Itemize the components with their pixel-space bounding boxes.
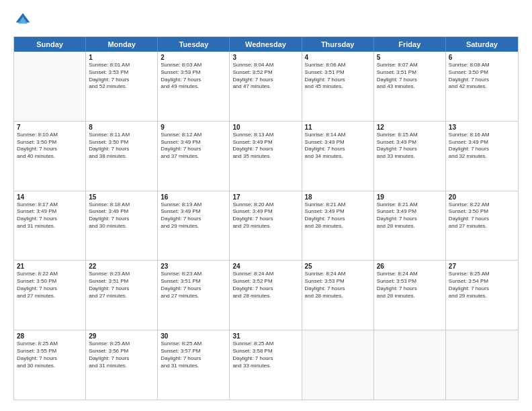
daylight-minutes: and 42 minutes.: [449, 83, 515, 91]
day-number: 19: [377, 193, 443, 201]
calendar-row-0: 1Sunrise: 8:01 AMSunset: 3:53 PMDaylight…: [14, 52, 518, 121]
daylight-minutes: and 27 minutes.: [449, 223, 515, 230]
sunrise-text: Sunrise: 8:14 AM: [305, 132, 371, 139]
header-day-tuesday: Tuesday: [158, 37, 230, 52]
header: [13, 11, 519, 30]
day-cell-7: 7Sunrise: 8:10 AMSunset: 3:50 PMDaylight…: [14, 122, 86, 191]
daylight-minutes: and 31 minutes.: [17, 223, 83, 230]
daylight-minutes: and 38 minutes.: [89, 153, 154, 161]
sunset-text: Sunset: 3:49 PM: [89, 208, 154, 216]
daylight-text: Daylight: 7 hours: [89, 77, 154, 84]
daylight-minutes: and 32 minutes.: [449, 153, 515, 161]
day-cell-16: 16Sunrise: 8:19 AMSunset: 3:49 PMDayligh…: [158, 191, 230, 261]
day-number: 25: [305, 263, 371, 270]
daylight-minutes: and 43 minutes.: [377, 83, 443, 91]
daylight-text: Daylight: 7 hours: [161, 285, 226, 293]
daylight-minutes: and 47 minutes.: [232, 83, 298, 91]
day-number: 22: [89, 263, 154, 270]
sunset-text: Sunset: 3:49 PM: [305, 139, 371, 146]
day-number: 12: [377, 124, 443, 131]
sunset-text: Sunset: 3:55 PM: [17, 348, 83, 355]
daylight-text: Daylight: 7 hours: [377, 146, 443, 153]
sunrise-text: Sunrise: 8:21 AM: [377, 201, 443, 209]
header-day-monday: Monday: [86, 37, 158, 52]
empty-cell: [302, 330, 374, 400]
sunrise-text: Sunrise: 8:15 AM: [377, 132, 443, 139]
empty-cell: [374, 330, 446, 400]
calendar-row-1: 7Sunrise: 8:10 AMSunset: 3:50 PMDaylight…: [14, 121, 518, 191]
sunrise-text: Sunrise: 8:04 AM: [232, 62, 298, 69]
sunrise-text: Sunrise: 8:16 AM: [449, 132, 515, 139]
sunrise-text: Sunrise: 8:25 AM: [161, 340, 226, 348]
empty-cell: [14, 52, 86, 121]
day-number: 24: [232, 263, 298, 270]
sunset-text: Sunset: 3:58 PM: [232, 348, 298, 355]
sunset-text: Sunset: 3:51 PM: [89, 278, 154, 285]
sunset-text: Sunset: 3:50 PM: [449, 208, 515, 216]
daylight-text: Daylight: 7 hours: [161, 355, 226, 363]
sunset-text: Sunset: 3:51 PM: [377, 69, 443, 77]
day-number: 21: [17, 263, 83, 270]
sunrise-text: Sunrise: 8:01 AM: [89, 62, 154, 69]
sunset-text: Sunset: 3:50 PM: [449, 69, 515, 77]
daylight-text: Daylight: 7 hours: [89, 285, 154, 293]
daylight-text: Daylight: 7 hours: [449, 146, 515, 153]
daylight-text: Daylight: 7 hours: [305, 285, 371, 293]
daylight-text: Daylight: 7 hours: [232, 146, 298, 153]
sunset-text: Sunset: 3:49 PM: [232, 208, 298, 216]
daylight-text: Daylight: 7 hours: [161, 77, 226, 84]
day-number: 7: [17, 124, 83, 131]
sunset-text: Sunset: 3:51 PM: [305, 69, 371, 77]
daylight-minutes: and 27 minutes.: [161, 293, 226, 300]
day-number: 1: [89, 54, 154, 61]
day-cell-27: 27Sunrise: 8:25 AMSunset: 3:54 PMDayligh…: [446, 261, 518, 330]
sunset-text: Sunset: 3:50 PM: [17, 139, 83, 146]
sunrise-text: Sunrise: 8:22 AM: [17, 271, 83, 278]
daylight-text: Daylight: 7 hours: [232, 355, 298, 363]
daylight-minutes: and 34 minutes.: [305, 153, 371, 161]
sunrise-text: Sunrise: 8:25 AM: [89, 340, 154, 348]
sunrise-text: Sunrise: 8:11 AM: [89, 132, 154, 139]
sunset-text: Sunset: 3:49 PM: [305, 208, 371, 216]
header-day-saturday: Saturday: [446, 37, 518, 52]
day-number: 9: [161, 124, 226, 131]
day-number: 18: [305, 193, 371, 201]
sunset-text: Sunset: 3:49 PM: [17, 208, 83, 216]
sunset-text: Sunset: 3:53 PM: [89, 69, 154, 77]
day-cell-10: 10Sunrise: 8:13 AMSunset: 3:49 PMDayligh…: [230, 122, 302, 191]
day-cell-13: 13Sunrise: 8:16 AMSunset: 3:49 PMDayligh…: [446, 122, 518, 191]
sunrise-text: Sunrise: 8:18 AM: [89, 201, 154, 209]
daylight-minutes: and 40 minutes.: [17, 153, 83, 161]
day-cell-6: 6Sunrise: 8:08 AMSunset: 3:50 PMDaylight…: [446, 52, 518, 121]
day-number: 29: [89, 332, 154, 340]
day-cell-5: 5Sunrise: 8:07 AMSunset: 3:51 PMDaylight…: [374, 52, 446, 121]
day-cell-28: 28Sunrise: 8:25 AMSunset: 3:55 PMDayligh…: [14, 330, 86, 400]
sunrise-text: Sunrise: 8:22 AM: [449, 201, 515, 209]
daylight-minutes: and 28 minutes.: [377, 293, 443, 300]
day-number: 6: [449, 54, 515, 61]
daylight-minutes: and 35 minutes.: [232, 153, 298, 161]
page: SundayMondayTuesdayWednesdayThursdayFrid…: [0, 0, 532, 411]
sunrise-text: Sunrise: 8:23 AM: [161, 271, 226, 278]
day-number: 5: [377, 54, 443, 61]
daylight-minutes: and 52 minutes.: [89, 83, 154, 91]
daylight-text: Daylight: 7 hours: [161, 216, 226, 223]
day-cell-14: 14Sunrise: 8:17 AMSunset: 3:49 PMDayligh…: [14, 191, 86, 261]
calendar-body: 1Sunrise: 8:01 AMSunset: 3:53 PMDaylight…: [14, 52, 518, 400]
daylight-minutes: and 31 minutes.: [161, 363, 226, 370]
sunrise-text: Sunrise: 8:03 AM: [161, 62, 226, 69]
sunset-text: Sunset: 3:49 PM: [232, 139, 298, 146]
day-cell-22: 22Sunrise: 8:23 AMSunset: 3:51 PMDayligh…: [86, 261, 158, 330]
day-number: 14: [17, 193, 83, 201]
calendar-row-3: 21Sunrise: 8:22 AMSunset: 3:50 PMDayligh…: [14, 260, 518, 330]
daylight-text: Daylight: 7 hours: [17, 285, 83, 293]
empty-cell: [446, 330, 518, 400]
sunset-text: Sunset: 3:53 PM: [305, 278, 371, 285]
sunrise-text: Sunrise: 8:21 AM: [305, 201, 371, 209]
day-number: 31: [232, 332, 298, 340]
daylight-text: Daylight: 7 hours: [232, 77, 298, 84]
daylight-minutes: and 28 minutes.: [377, 223, 443, 230]
day-cell-17: 17Sunrise: 8:20 AMSunset: 3:49 PMDayligh…: [230, 191, 302, 261]
sunset-text: Sunset: 3:52 PM: [232, 278, 298, 285]
day-cell-19: 19Sunrise: 8:21 AMSunset: 3:49 PMDayligh…: [374, 191, 446, 261]
